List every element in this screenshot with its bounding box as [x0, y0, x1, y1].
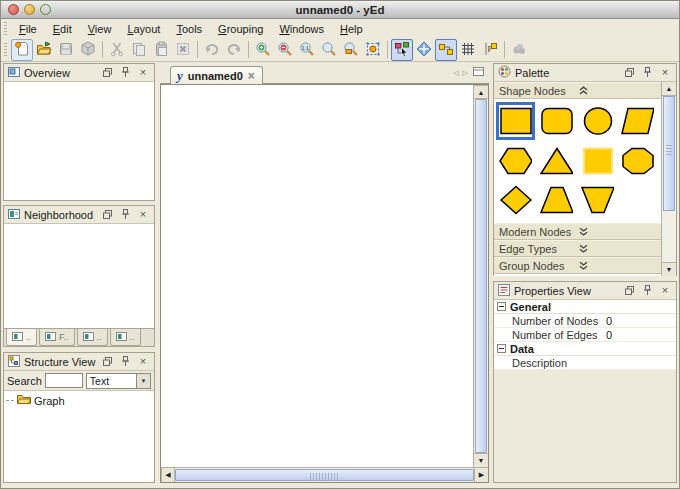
vertical-scroll-thumb[interactable]: [475, 99, 487, 453]
palette-shape-diamond[interactable]: [496, 181, 535, 219]
scroll-right-icon[interactable]: ▶: [474, 468, 488, 482]
palette-shape-hexagon[interactable]: [496, 142, 535, 180]
toolbar-grip[interactable]: [4, 43, 7, 57]
label-placement-button[interactable]: P: [479, 39, 501, 61]
chevron-down-icon[interactable]: ▼: [136, 374, 150, 388]
tab-scroll-left-icon[interactable]: ◁: [453, 69, 458, 77]
structure-pin-button[interactable]: [118, 355, 132, 369]
menu-file[interactable]: File: [11, 21, 45, 37]
grid-button[interactable]: [457, 39, 479, 61]
open-button[interactable]: [33, 39, 55, 61]
document-tab-close-icon[interactable]: ×: [248, 70, 255, 82]
cloud-button[interactable]: [508, 39, 530, 61]
section-edge-types[interactable]: Edge Types: [494, 240, 661, 257]
section-modern-nodes[interactable]: Modern Nodes: [494, 223, 661, 240]
search-mode-combobox[interactable]: Text ▼: [86, 373, 151, 389]
neighborhood-pin-button[interactable]: [118, 208, 132, 222]
neighborhood-content[interactable]: [4, 224, 154, 328]
properties-close-button[interactable]: ×: [658, 284, 672, 298]
section-shape-nodes[interactable]: Shape Nodes: [494, 82, 661, 99]
graph-canvas[interactable]: [161, 85, 473, 467]
palette-shape-triangle[interactable]: [537, 142, 576, 180]
scroll-up-icon[interactable]: ▲: [474, 85, 488, 99]
palette-pin-button[interactable]: [640, 66, 654, 80]
tab-successors[interactable]: ..: [110, 329, 141, 346]
overview-content[interactable]: [4, 82, 154, 200]
zoom-window-button[interactable]: [40, 4, 51, 15]
menu-layout[interactable]: Layout: [119, 21, 168, 37]
redo-button[interactable]: [223, 39, 245, 61]
scroll-down-icon[interactable]: ▼: [474, 453, 488, 467]
palette-float-button[interactable]: [622, 66, 636, 80]
menu-edit[interactable]: Edit: [45, 21, 80, 37]
menu-windows[interactable]: Windows: [271, 21, 332, 37]
collapse-box-icon[interactable]: [497, 301, 506, 313]
properties-float-button[interactable]: [622, 284, 636, 298]
scroll-down-icon[interactable]: ▼: [662, 262, 676, 276]
palette-scrollbar[interactable]: ▲ ▼: [661, 82, 676, 276]
structure-float-button[interactable]: [100, 355, 114, 369]
properties-group-general[interactable]: General: [494, 300, 676, 314]
tree-item-graph[interactable]: Graph: [4, 391, 154, 410]
canvas-vertical-scrollbar[interactable]: ▲ ▼: [473, 85, 488, 467]
document-tab-unnamed0[interactable]: y unnamed0 ×: [170, 66, 263, 84]
scroll-up-icon[interactable]: ▲: [662, 82, 676, 96]
new-document-button[interactable]: [11, 39, 33, 61]
tab-folder-contents[interactable]: F..: [39, 329, 75, 346]
menubar-grip[interactable]: [4, 22, 7, 36]
menu-help[interactable]: Help: [332, 21, 371, 37]
tab-scroll-right-icon[interactable]: ▷: [463, 69, 468, 77]
neighborhood-close-button[interactable]: ×: [136, 208, 150, 222]
zoom-out-button[interactable]: [274, 39, 296, 61]
fit-content-button[interactable]: [318, 39, 340, 61]
snap-mode-button[interactable]: [435, 39, 457, 61]
close-window-button[interactable]: [8, 4, 19, 15]
palette-scroll-thumb[interactable]: [663, 96, 675, 211]
tab-list-icon[interactable]: [472, 65, 485, 80]
save-button[interactable]: [55, 39, 77, 61]
palette-shape-rounded-rectangle[interactable]: [537, 102, 576, 140]
edit-mode-button[interactable]: [391, 39, 413, 61]
properties-group-data[interactable]: Data: [494, 342, 676, 356]
zoom-in-button[interactable]: [252, 39, 274, 61]
menu-tools[interactable]: Tools: [168, 21, 210, 37]
properties-pin-button[interactable]: [640, 284, 654, 298]
palette-close-button[interactable]: ×: [658, 66, 672, 80]
tab-neighborhood[interactable]: ..: [6, 329, 37, 346]
canvas-horizontal-scrollbar[interactable]: ◀ ▶: [161, 467, 488, 482]
palette-shape-parallelogram[interactable]: [618, 102, 657, 140]
delete-button[interactable]: [172, 39, 194, 61]
menu-grouping[interactable]: Grouping: [210, 21, 271, 37]
structure-close-button[interactable]: ×: [136, 355, 150, 369]
palette-shape-rectangle[interactable]: [496, 102, 535, 140]
scroll-left-icon[interactable]: ◀: [161, 468, 175, 482]
overview-panel: Overview ×: [3, 63, 155, 201]
palette-shape-octagon[interactable]: [618, 142, 657, 180]
palette-shape-borderless-rectangle[interactable]: [578, 142, 617, 180]
overview-pin-button[interactable]: [118, 66, 132, 80]
overview-close-button[interactable]: ×: [136, 66, 150, 80]
section-group-nodes[interactable]: Group Nodes: [494, 257, 661, 274]
paste-button[interactable]: [150, 39, 172, 61]
palette-shape-inverted-trapezoid[interactable]: [578, 181, 617, 219]
horizontal-scroll-thumb[interactable]: [175, 469, 474, 481]
neighborhood-float-button[interactable]: [100, 208, 114, 222]
zoom-actual-size-button[interactable]: 1:1: [296, 39, 318, 61]
description-value[interactable]: [602, 356, 676, 369]
navigation-mode-button[interactable]: [413, 39, 435, 61]
cut-button[interactable]: [106, 39, 128, 61]
properties-panel-title: Properties View: [514, 285, 618, 297]
export-button[interactable]: [77, 39, 99, 61]
overview-float-button[interactable]: [100, 66, 114, 80]
fit-selection-button[interactable]: [362, 39, 384, 61]
palette-shape-trapezoid[interactable]: [537, 181, 576, 219]
collapse-box-icon[interactable]: [497, 343, 506, 355]
zoom-to-area-button[interactable]: [340, 39, 362, 61]
menu-view[interactable]: View: [80, 21, 120, 37]
palette-shape-ellipse[interactable]: [578, 102, 617, 140]
minimize-window-button[interactable]: [24, 4, 35, 15]
undo-button[interactable]: [201, 39, 223, 61]
search-input[interactable]: [45, 373, 83, 388]
copy-button[interactable]: [128, 39, 150, 61]
tab-predecessors[interactable]: ..: [77, 329, 108, 346]
